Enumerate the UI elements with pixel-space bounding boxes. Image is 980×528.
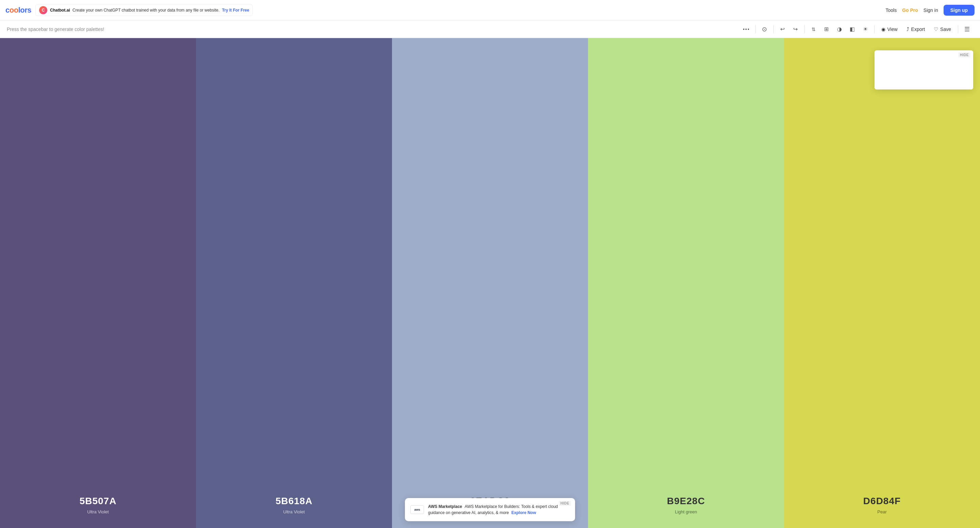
swatch-hex-code: B9E28C — [588, 496, 784, 507]
grid-icon[interactable] — [821, 23, 833, 35]
more-options-icon[interactable] — [740, 23, 753, 35]
toolbar: Press the spacebar to generate color pal… — [0, 21, 980, 38]
eye-icon — [881, 27, 885, 32]
chatbot-name: Chatbot.ai — [50, 8, 70, 13]
swatch-color-name: Ultra Violet — [196, 509, 392, 514]
swatch-color-name: Light green — [588, 509, 784, 514]
screenshot-icon[interactable] — [759, 23, 771, 35]
chatbot-description: Create your own ChatGPT chatbot trained … — [73, 8, 220, 13]
export-button[interactable]: Export — [902, 24, 929, 34]
color-swatch-1[interactable]: 5B618AUltra Violet — [196, 38, 392, 528]
signin-link[interactable]: Sign in — [924, 8, 938, 13]
logo-area: coolors C Chatbot.ai Create your own Cha… — [5, 5, 253, 16]
separator — [804, 25, 805, 33]
contrast-half-icon[interactable] — [833, 23, 846, 35]
undo-icon[interactable] — [776, 23, 789, 35]
logo[interactable]: coolors — [5, 6, 31, 14]
toolbar-hint: Press the spacebar to generate color pal… — [7, 27, 738, 32]
header: coolors C Chatbot.ai Create your own Cha… — [0, 0, 980, 21]
color-swatch-3[interactable]: B9E28CLight green — [588, 38, 784, 528]
aws-cta-link[interactable]: Explore Now — [511, 510, 536, 515]
separator — [756, 25, 756, 33]
hamburger-menu-icon[interactable] — [961, 23, 973, 35]
view-label: View — [888, 27, 898, 32]
swatch-hex-code: 5B507A — [0, 496, 196, 507]
adjust-icon[interactable] — [808, 23, 820, 35]
aws-brand: AWS Marketplace — [428, 504, 462, 509]
signup-button[interactable]: Sign up — [943, 5, 975, 16]
chatbot-info: Chatbot.ai Create your own ChatGPT chatb… — [50, 8, 249, 13]
separator — [874, 25, 875, 33]
share-icon — [907, 26, 909, 32]
chatbot-icon: C — [39, 6, 47, 14]
color-swatch-2[interactable]: 9EADC8Powder blue — [392, 38, 588, 528]
save-button[interactable]: Save — [930, 24, 955, 34]
color-swatch-4[interactable]: D6D84FPear — [784, 38, 980, 528]
color-swatch-0[interactable]: 5B507AUltra Violet — [0, 38, 196, 528]
header-nav: Tools Go Pro Sign in Sign up — [886, 5, 975, 16]
palette-icon[interactable] — [846, 23, 859, 35]
swatch-hex-code: D6D84F — [784, 496, 980, 507]
export-label: Export — [911, 27, 925, 32]
separator — [958, 25, 958, 33]
swatch-color-name: Pear — [784, 509, 980, 514]
aws-hide-button[interactable]: HIDE — [559, 501, 571, 506]
tools-link[interactable]: Tools — [886, 8, 897, 13]
separator — [773, 25, 774, 33]
gopro-link[interactable]: Go Pro — [902, 8, 918, 13]
heart-icon — [934, 26, 938, 32]
brightness-icon[interactable] — [859, 23, 872, 35]
ad-hide-button[interactable]: HIDE — [958, 52, 970, 57]
save-label: Save — [940, 27, 951, 32]
toolbar-icons: View Export Save — [740, 23, 973, 35]
aws-text: AWS Marketplace AWS Marketplace for Buil… — [428, 504, 559, 516]
ad-popup: HIDE — [875, 50, 973, 89]
chatbot-cta[interactable]: Try It For Free — [222, 8, 249, 13]
aws-popup: aws AWS Marketplace AWS Marketplace for … — [405, 498, 575, 521]
color-palette: 5B507AUltra Violet5B618AUltra Violet9EAD… — [0, 38, 980, 528]
view-button[interactable]: View — [877, 24, 902, 34]
aws-logo: aws — [410, 505, 424, 514]
swatch-hex-code: 5B618A — [196, 496, 392, 507]
chatbot-banner[interactable]: C Chatbot.ai Create your own ChatGPT cha… — [35, 5, 253, 16]
swatch-color-name: Ultra Violet — [0, 509, 196, 514]
redo-icon[interactable] — [789, 23, 802, 35]
